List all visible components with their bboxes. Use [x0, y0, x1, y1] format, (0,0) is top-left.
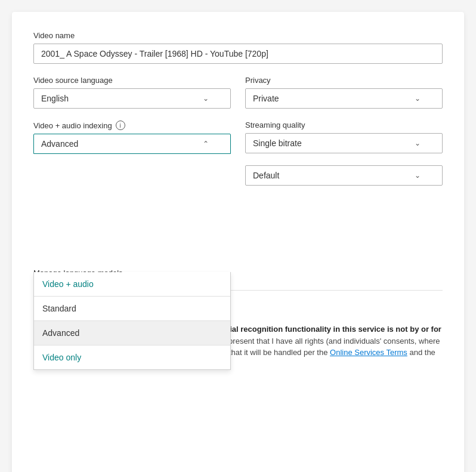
default-dropdown-wrapper: Default ⌄ — [245, 165, 443, 186]
video-source-language-label: Video source language — [33, 76, 231, 85]
indexing-quality-row: Video + audio indexing i Advanced ⌃ Vide… — [33, 121, 443, 252]
video-name-label: Video name — [33, 31, 443, 40]
chevron-down-icon: ⌄ — [415, 171, 421, 180]
streaming-quality-wrapper: Single bitrate ⌄ — [245, 133, 443, 153]
video-audio-indexing-dropdown: Video + audio Standard Advanced Video on… — [33, 272, 231, 370]
dropdown-item-video-only[interactable]: Video only — [34, 345, 230, 369]
privacy-select[interactable]: Private ⌄ — [245, 88, 443, 109]
video-audio-indexing-value: Advanced — [41, 139, 78, 149]
video-name-section: Video name — [33, 31, 443, 64]
privacy-wrapper: Private ⌄ — [245, 88, 443, 109]
default-dropdown-group: Default ⌄ — [245, 165, 443, 186]
streaming-quality-group: Streaming quality Single bitrate ⌄ Defau… — [245, 121, 443, 252]
streaming-quality-value: Single bitrate — [253, 138, 302, 148]
dropdown-item-video-audio[interactable]: Video + audio — [34, 272, 230, 296]
privacy-group: Privacy Private ⌄ — [245, 76, 443, 109]
video-source-language-wrapper: English ⌄ — [33, 88, 231, 109]
dropdown-item-advanced[interactable]: Advanced — [34, 321, 230, 345]
info-icon[interactable]: i — [116, 121, 125, 130]
video-audio-indexing-group: Video + audio indexing i Advanced ⌃ Vide… — [33, 121, 231, 252]
streaming-quality-select[interactable]: Single bitrate ⌄ — [245, 133, 443, 153]
between-links-text: and the — [407, 348, 435, 357]
default-value: Default — [253, 171, 279, 180]
video-audio-indexing-select[interactable]: Advanced ⌃ — [33, 134, 231, 154]
default-select[interactable]: Default ⌄ — [245, 165, 443, 186]
online-services-terms-link[interactable]: Online Services Terms — [330, 348, 407, 357]
chevron-up-icon: ⌃ — [203, 140, 209, 148]
video-source-language-value: English — [41, 94, 69, 103]
streaming-quality-label: Streaming quality — [245, 121, 443, 129]
dropdown-item-standard[interactable]: Standard — [34, 297, 230, 320]
privacy-value: Private — [253, 94, 279, 103]
video-source-language-select[interactable]: English ⌄ — [33, 88, 231, 109]
language-privacy-row: Video source language English ⌄ Privacy … — [33, 76, 443, 109]
chevron-down-icon: ⌄ — [415, 139, 421, 147]
video-audio-indexing-wrapper: Advanced ⌃ Video + audio Standard Advanc… — [33, 134, 231, 252]
video-source-language-group: Video source language English ⌄ — [33, 76, 231, 109]
video-name-input[interactable] — [33, 44, 443, 64]
chevron-down-icon: ⌄ — [415, 94, 421, 103]
chevron-down-icon: ⌄ — [203, 94, 209, 103]
main-card: Video name Video source language English… — [12, 12, 464, 472]
video-audio-indexing-label: Video + audio indexing i — [33, 121, 231, 130]
privacy-label: Privacy — [245, 76, 443, 85]
